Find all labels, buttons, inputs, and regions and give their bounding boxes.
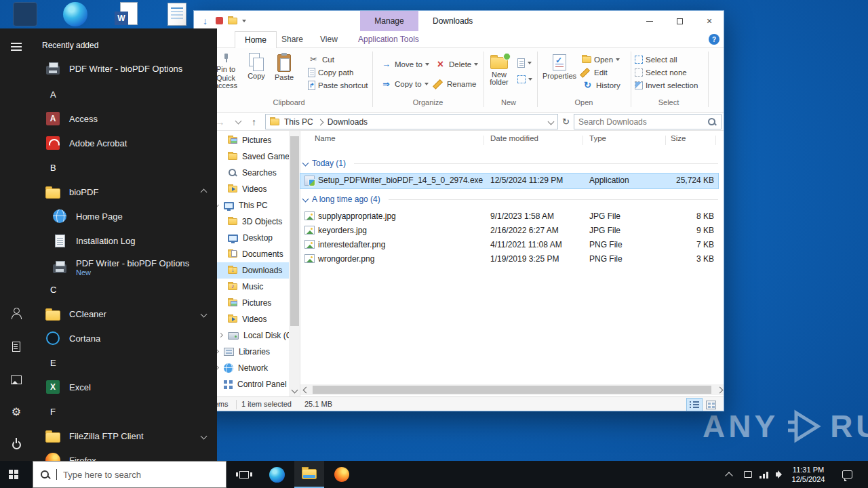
easy-access-button[interactable]	[517, 73, 532, 85]
minimize-button[interactable]	[635, 11, 665, 31]
desktop-icon-edge[interactable]	[62, 1, 88, 27]
maximize-button[interactable]	[665, 11, 694, 31]
copy-to-button[interactable]: Copy to	[380, 77, 429, 90]
taskbar-clock[interactable]: 11:31 PM 12/5/2024	[787, 465, 830, 484]
column-header-type[interactable]: Type	[589, 134, 606, 142]
paste-shortcut-button[interactable]: Paste shortcut	[308, 79, 368, 92]
letter-header-a[interactable]: A	[33, 84, 217, 104]
download-arrow-icon[interactable]	[199, 15, 211, 26]
open-button[interactable]: Open	[582, 53, 620, 66]
title-bar[interactable]: Manage Downloads ×	[194, 11, 724, 31]
history-button[interactable]: History	[582, 79, 620, 92]
rename-button[interactable]: Rename	[435, 77, 476, 90]
close-button[interactable]: ×	[694, 11, 724, 31]
group-collapse-icon[interactable]	[302, 195, 309, 202]
select-all-button[interactable]: Select all	[635, 53, 677, 66]
expand-icon[interactable]	[218, 333, 223, 338]
breadcrumb[interactable]: This PC Downloads	[265, 114, 558, 129]
start-menu-item-cortana[interactable]: Cortana	[33, 327, 217, 350]
tab-home[interactable]: Home	[235, 31, 277, 48]
folder-icon[interactable]	[228, 18, 237, 24]
new-folder-button[interactable]: New folder	[481, 52, 517, 96]
file-row-supplyappropriate[interactable]: supplyappropriate.jpg 9/1/2023 1:58 AM J…	[300, 209, 718, 224]
nav-scrollbar-thumb[interactable]	[290, 136, 299, 326]
settings-button[interactable]	[0, 398, 33, 425]
nav-scrollbar[interactable]	[289, 131, 300, 396]
taskbar-search[interactable]	[33, 461, 226, 488]
horizontal-scrollbar-thumb[interactable]	[313, 386, 711, 394]
qat-dropdown-icon[interactable]	[242, 20, 246, 22]
start-menu-item-access[interactable]: Access	[33, 107, 217, 130]
new-item-button[interactable]	[517, 56, 532, 69]
group-header-long-time-ago[interactable]: A long time ago (4)	[303, 192, 718, 206]
taskbar-firefox-button[interactable]	[327, 461, 357, 488]
letter-header-f[interactable]: F	[33, 401, 217, 422]
thumbnails-view-button[interactable]	[703, 399, 718, 411]
column-header-modified[interactable]: Date modified	[490, 134, 538, 142]
start-menu-item-adobe-acrobat[interactable]: Adobe Acrobat	[33, 131, 217, 155]
address-dropdown-icon[interactable]	[548, 119, 555, 125]
tab-share[interactable]: Share	[272, 31, 313, 48]
start-menu-group-ccleaner[interactable]: CCleaner	[33, 302, 217, 325]
letter-header-b[interactable]: B	[33, 157, 217, 178]
copy-button[interactable]: Copy	[241, 52, 272, 96]
horizontal-scrollbar[interactable]	[300, 384, 724, 395]
desktop-icon-document[interactable]	[164, 1, 190, 27]
action-center-button[interactable]	[837, 461, 857, 488]
tray-vm-icon[interactable]	[739, 461, 757, 488]
select-none-button[interactable]: Select none	[635, 66, 687, 79]
start-menu-item-pdf-writer-new[interactable]: PDF Writer - bioPDF Options New	[33, 252, 217, 282]
start-menu-item-excel[interactable]: Excel	[33, 375, 217, 399]
task-view-button[interactable]	[229, 461, 259, 488]
start-menu-item-home-page[interactable]: Home Page	[33, 205, 217, 228]
recent-locations-icon[interactable]	[235, 118, 242, 125]
taskbar-file-explorer-button[interactable]	[294, 461, 324, 488]
letter-header-c[interactable]: C	[33, 279, 217, 300]
account-button[interactable]	[0, 300, 33, 327]
delete-button[interactable]: Delete	[435, 58, 478, 70]
file-row-keyorders[interactable]: keyorders.jpg 2/16/2022 6:27 AM JPG File…	[300, 224, 718, 238]
paste-button[interactable]: Paste	[269, 52, 300, 96]
file-row-setup-exe[interactable]: Setup_PDFWriter_bioPDF_14_5_0_2974.exe 1…	[300, 174, 718, 188]
breadcrumb-downloads[interactable]: Downloads	[328, 117, 368, 127]
file-row-wrongorder[interactable]: wrongorder.png 1/19/2019 3:25 PM PNG Fil…	[300, 252, 718, 266]
tray-network-icon[interactable]	[755, 461, 773, 488]
edit-button[interactable]: Edit	[582, 66, 608, 79]
copy-path-button[interactable]: Copy path	[308, 66, 353, 79]
search-box[interactable]	[574, 114, 722, 129]
refresh-button[interactable]	[560, 116, 572, 127]
taskbar-edge-button[interactable]	[262, 461, 292, 488]
group-collapse-icon[interactable]	[302, 159, 309, 166]
up-button[interactable]	[248, 116, 260, 127]
documents-button[interactable]	[0, 333, 33, 360]
help-button[interactable]: ?	[709, 34, 719, 45]
start-menu-item-pdf-writer[interactable]: PDF Writer - bioPDF Options	[33, 57, 217, 80]
column-divider[interactable]	[715, 136, 716, 145]
invert-selection-button[interactable]: Invert selection	[635, 79, 698, 92]
pictures-button[interactable]	[0, 366, 33, 393]
group-header-today[interactable]: Today (1)	[303, 157, 718, 170]
start-menu-item-firefox[interactable]: Firefox	[33, 449, 217, 461]
move-to-button[interactable]: Move to	[380, 58, 429, 70]
file-row-interestedafter[interactable]: interestedafter.png 4/11/2021 11:08 AM P…	[300, 238, 718, 252]
column-divider[interactable]	[484, 136, 484, 145]
cut-button[interactable]: Cut	[308, 53, 334, 66]
start-menu-item-installation-log[interactable]: Installation Log	[33, 229, 217, 252]
power-button[interactable]	[0, 431, 33, 458]
scroll-right-button[interactable]	[714, 384, 724, 395]
column-header-size[interactable]: Size	[671, 134, 686, 142]
letter-header-e[interactable]: E	[33, 352, 217, 373]
column-divider[interactable]	[665, 136, 666, 145]
tab-view[interactable]: View	[311, 31, 347, 48]
start-button[interactable]	[0, 461, 33, 488]
nav-scroll-down-button[interactable]	[289, 385, 300, 396]
pdf-app-icon[interactable]	[216, 17, 223, 24]
scroll-left-button[interactable]	[300, 384, 311, 395]
breadcrumb-this-pc[interactable]: This PC	[284, 117, 313, 127]
details-view-button[interactable]	[687, 399, 702, 411]
desktop-icon-app[interactable]	[12, 1, 38, 27]
tab-application-tools[interactable]: Application Tools	[349, 31, 429, 48]
search-input[interactable]	[578, 117, 707, 127]
start-menu-group-filezilla[interactable]: FileZilla FTP Client	[33, 424, 217, 447]
start-menu-group-biopdf[interactable]: bioPDF	[33, 180, 217, 203]
